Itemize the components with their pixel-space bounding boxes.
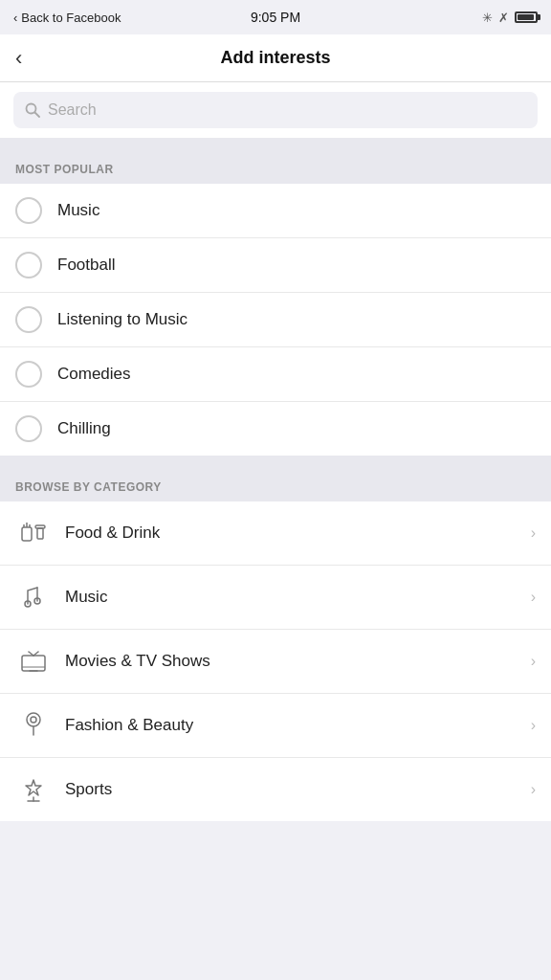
- category-icon-food: [15, 515, 52, 551]
- back-button[interactable]: ‹: [15, 46, 22, 71]
- radio-circle: [15, 197, 42, 224]
- category-icon-fashion: [15, 707, 52, 744]
- most-popular-header: MOST POPULAR: [0, 153, 551, 184]
- category-label: Fashion & Beauty: [65, 716, 531, 735]
- interest-label: Music: [57, 201, 99, 220]
- search-bar[interactable]: [13, 92, 538, 128]
- chevron-right-icon: ›: [531, 653, 536, 670]
- category-label: Sports: [65, 780, 531, 799]
- chevron-right-icon: ›: [531, 717, 536, 734]
- list-item[interactable]: Movies & TV Shows ›: [0, 630, 551, 694]
- back-to-facebook[interactable]: ‹ Back to Facebook: [13, 11, 121, 25]
- list-item[interactable]: Music: [0, 184, 551, 238]
- radio-circle: [15, 361, 42, 388]
- list-item[interactable]: Chilling: [0, 402, 551, 456]
- svg-point-13: [27, 713, 40, 726]
- page-title: Add interests: [220, 48, 330, 68]
- category-label: Music: [65, 588, 531, 607]
- list-item[interactable]: Sports ›: [0, 758, 551, 821]
- category-icon-sports: [15, 771, 52, 808]
- svg-line-1: [35, 113, 40, 118]
- section-spacer-mid: [0, 456, 551, 471]
- list-item[interactable]: Football: [0, 238, 551, 293]
- chevron-right-icon: ›: [531, 589, 536, 606]
- radio-circle: [15, 252, 42, 278]
- category-list: Food & Drink › Music › Movies & TV Shows…: [0, 501, 551, 821]
- svg-rect-2: [22, 527, 32, 541]
- category-label: Movies & TV Shows: [65, 652, 531, 671]
- radio-circle: [15, 415, 42, 442]
- chevron-right-icon: ›: [531, 524, 536, 542]
- list-item[interactable]: Comedies: [0, 347, 551, 402]
- list-item[interactable]: Music ›: [0, 566, 551, 630]
- list-item[interactable]: Food & Drink ›: [0, 501, 551, 566]
- category-icon-music: [15, 579, 52, 615]
- back-to-facebook-label: Back to Facebook: [21, 11, 121, 25]
- list-item[interactable]: Fashion & Beauty ›: [0, 694, 551, 758]
- browse-category-header: BROWSE BY CATEGORY: [0, 471, 551, 501]
- status-time: 9:05 PM: [251, 10, 300, 25]
- interest-label: Football: [57, 256, 115, 275]
- status-icons: ✳ ✗: [482, 11, 538, 25]
- interest-label: Chilling: [57, 419, 111, 438]
- status-bar: ‹ Back to Facebook 9:05 PM ✳ ✗: [0, 0, 551, 34]
- search-icon: [25, 102, 40, 118]
- interest-label: Comedies: [57, 365, 131, 384]
- bluetooth-icon: ✗: [498, 11, 509, 25]
- battery-icon: [515, 11, 538, 23]
- interest-label: Listening to Music: [57, 310, 187, 329]
- svg-rect-7: [37, 528, 43, 539]
- category-label: Food & Drink: [65, 523, 531, 543]
- search-container: [0, 82, 551, 138]
- search-input[interactable]: [48, 101, 526, 119]
- svg-rect-10: [22, 656, 45, 671]
- svg-point-14: [31, 717, 36, 723]
- interest-list: Music Football Listening to Music Comedi…: [0, 184, 551, 456]
- back-chevron-icon: ‹: [13, 11, 17, 25]
- nav-bar: ‹ Add interests: [0, 34, 551, 82]
- chevron-right-icon: ›: [531, 781, 536, 798]
- category-icon-tv: [15, 643, 52, 679]
- brightness-icon: ✳: [482, 11, 493, 25]
- radio-circle: [15, 306, 42, 333]
- list-item[interactable]: Listening to Music: [0, 293, 551, 347]
- section-spacer-top: [0, 138, 551, 153]
